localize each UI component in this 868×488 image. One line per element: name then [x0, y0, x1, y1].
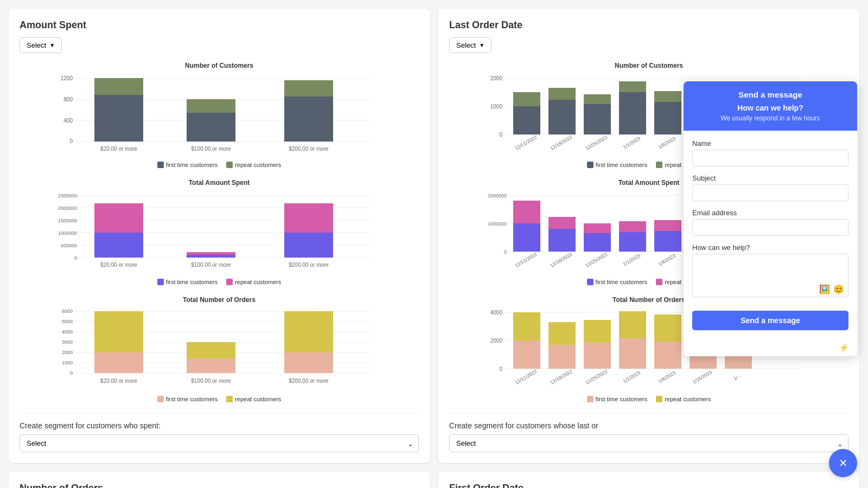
chat-subject-input[interactable] [692, 184, 848, 201]
chat-send-button[interactable]: Send a message [692, 311, 848, 330]
amount-segment-select-wrapper: Select [20, 434, 419, 452]
svg-text:$200.00 or more: $200.00 or more [289, 146, 329, 152]
total-orders-svg: 6000 5000 4000 3000 2000 1000 0 [20, 307, 419, 394]
chat-widget: Send a message How can we help? We usual… [684, 81, 857, 356]
svg-rect-69 [548, 100, 576, 134]
svg-text:2000000: 2000000 [488, 193, 507, 198]
chat-close-fab[interactable]: ✕ [829, 449, 857, 477]
num-customers-chart: Number of Customers 1200 800 400 0 [20, 62, 419, 168]
svg-text:1/8/2023: 1/8/2023 [658, 253, 676, 267]
svg-text:1000: 1000 [62, 360, 73, 365]
legend-label-first-amount: first time customers [166, 279, 218, 285]
svg-text:2000: 2000 [62, 350, 73, 355]
svg-rect-103 [654, 220, 681, 231]
legend-label-first-orders: first time customers [166, 396, 218, 402]
svg-rect-129 [654, 342, 681, 369]
svg-text:0: 0 [499, 366, 502, 372]
svg-text:12/18/2022: 12/18/2022 [549, 134, 573, 151]
svg-rect-13 [284, 80, 333, 97]
chat-email-label: Email address [692, 209, 848, 217]
svg-text:2500000: 2500000 [58, 193, 77, 198]
image-icon[interactable]: 🖼️ [819, 284, 830, 294]
legend-color-first [157, 162, 164, 168]
svg-rect-71 [584, 104, 611, 134]
legend-first-time: first time customers [157, 162, 218, 168]
svg-rect-100 [619, 232, 646, 252]
svg-text:400: 400 [63, 118, 73, 124]
svg-rect-55 [187, 342, 235, 358]
svg-text:12/18/2022: 12/18/2022 [549, 369, 573, 386]
svg-text:2000: 2000 [490, 338, 503, 344]
svg-rect-9 [94, 78, 143, 95]
legend-repeat: repeat customers [226, 162, 281, 168]
svg-text:800: 800 [63, 97, 73, 102]
svg-text:1/1/2023: 1/1/2023 [622, 370, 641, 384]
svg-text:500000: 500000 [61, 243, 77, 248]
svg-text:$100.00 or more: $100.00 or more [191, 262, 231, 268]
legend-label-first: first time customers [166, 162, 218, 168]
total-orders-legend: first time customers repeat customers [20, 396, 419, 402]
total-orders-title: Total Number of Orders [20, 296, 419, 304]
svg-text:0: 0 [504, 249, 507, 255]
svg-rect-52 [94, 352, 143, 373]
svg-rect-8 [94, 95, 143, 142]
svg-rect-32 [187, 252, 235, 255]
chat-body: Name Subject Email address How can we he… [684, 131, 857, 339]
total-amount-chart: Total Amount Spent 2500000 2000000 15000… [20, 179, 419, 285]
legend-first-orders: first time customers [157, 396, 218, 402]
amount-spent-title: Amount Spent [20, 20, 419, 31]
total-amount-title: Total Amount Spent [20, 179, 419, 187]
svg-rect-124 [548, 322, 576, 345]
svg-text:1500000: 1500000 [58, 218, 77, 223]
svg-rect-56 [284, 352, 333, 373]
svg-text:1200: 1200 [61, 75, 73, 81]
legend-last-first: first time customers [587, 162, 647, 168]
svg-rect-98 [584, 233, 611, 252]
svg-rect-99 [584, 223, 611, 233]
svg-rect-128 [619, 311, 646, 338]
svg-text:12/25/2022: 12/25/2022 [584, 252, 608, 268]
chat-email-input[interactable] [692, 219, 848, 236]
chat-response-time: We usually respond in a few hours [692, 114, 848, 122]
legend-color-peach [157, 396, 164, 402]
svg-rect-126 [584, 320, 611, 343]
last-order-orders-legend: first time customers repeat customers [449, 396, 848, 402]
svg-text:12/25/2022: 12/25/2022 [584, 369, 608, 386]
amount-spent-select[interactable]: Select ▼ [20, 37, 62, 53]
legend-color-purple [157, 279, 164, 285]
svg-text:$200.00 or more: $200.00 or more [289, 262, 329, 268]
svg-rect-94 [513, 223, 540, 252]
svg-text:12/11/2022: 12/11/2022 [514, 252, 538, 268]
svg-text:0: 0 [74, 255, 77, 261]
chat-name-input[interactable] [692, 150, 848, 166]
svg-text:12/18/2022: 12/18/2022 [549, 252, 573, 268]
svg-text:$100.00 or more: $100.00 or more [191, 378, 231, 384]
chat-textarea-wrapper: 🖼️ 😊 [692, 254, 848, 299]
chat-logo-icon: ⚡ [839, 343, 848, 352]
last-order-segment-section: Create segment for customers whose last … [449, 413, 848, 452]
last-order-select[interactable]: Select ▼ [449, 37, 492, 53]
svg-rect-10 [187, 113, 235, 142]
svg-rect-130 [654, 314, 681, 342]
svg-rect-53 [94, 311, 143, 352]
chat-subject-label: Subject [692, 174, 848, 182]
svg-rect-54 [187, 358, 235, 373]
svg-text:1/1/2023: 1/1/2023 [622, 253, 641, 267]
legend-label-repeat-orders: repeat customers [235, 396, 281, 402]
svg-rect-75 [654, 102, 681, 134]
svg-rect-70 [548, 88, 576, 100]
chat-help-group: How can we help? 🖼️ 😊 [692, 243, 848, 299]
svg-rect-11 [187, 99, 235, 113]
emoji-icon[interactable]: 😊 [833, 284, 844, 294]
svg-rect-68 [513, 92, 540, 106]
svg-text:2000: 2000 [490, 75, 503, 81]
svg-text:5000: 5000 [62, 319, 73, 324]
svg-text:12/11/2022: 12/11/2022 [514, 369, 538, 386]
last-order-segment-select[interactable]: Select [449, 434, 848, 452]
svg-rect-95 [513, 201, 540, 223]
svg-text:$20.00 or more: $20.00 or more [100, 262, 137, 268]
amount-segment-select[interactable]: Select [20, 434, 419, 452]
svg-text:1000000: 1000000 [488, 221, 507, 227]
svg-rect-76 [654, 91, 681, 102]
chat-name-group: Name [692, 139, 848, 166]
